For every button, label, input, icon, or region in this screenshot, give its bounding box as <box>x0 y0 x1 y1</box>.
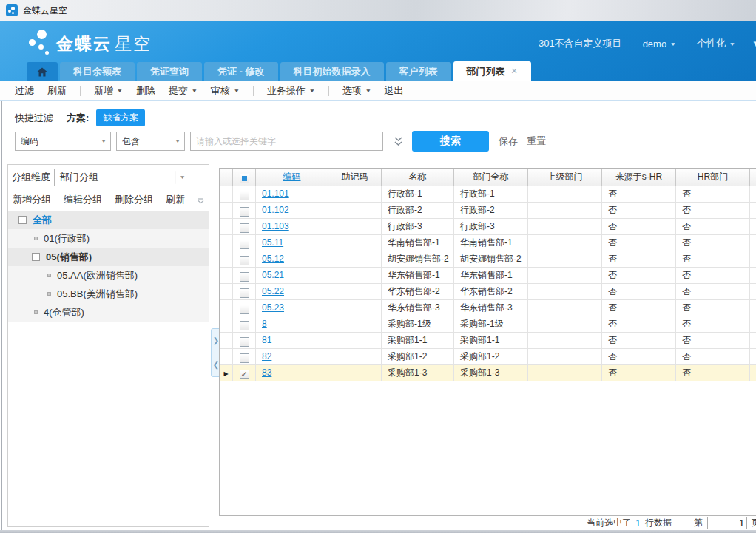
tab-item[interactable]: 凭证 - 修改 <box>204 62 278 81</box>
page-number-input[interactable] <box>707 517 747 529</box>
column-header[interactable]: HR部门 <box>676 169 750 186</box>
row-checkbox[interactable] <box>240 288 249 298</box>
cell-full-name: 采购部1-1 <box>454 333 528 349</box>
code-link[interactable]: 81 <box>262 335 271 345</box>
table-row[interactable]: 05.11华南销售部-1华南销售部-1否否 <box>220 235 756 251</box>
table-row[interactable]: 82采购部1-2采购部1-2否否 <box>220 349 756 365</box>
table-row[interactable]: ▶83采购部1-3采购部1-3否否 <box>220 365 756 381</box>
code-link[interactable]: 05.22 <box>262 286 284 296</box>
tree-node[interactable]: 05.AA(欧洲销售部) <box>8 266 209 285</box>
row-checkbox[interactable] <box>240 370 249 379</box>
tab-item[interactable]: 凭证查询 <box>137 62 202 81</box>
group-button[interactable]: 刷新 <box>166 193 185 206</box>
code-link[interactable]: 01.102 <box>262 205 289 215</box>
table-row[interactable]: 05.23华东销售部-3华东销售部-3否否 <box>220 300 756 316</box>
code-link[interactable]: 05.21 <box>262 270 284 280</box>
column-header[interactable]: 名称 <box>382 169 454 186</box>
table-row[interactable]: 81采购部1-1采购部1-1否否 <box>220 333 756 349</box>
table-row[interactable]: 01.102行政部-2行政部-2否否 <box>220 203 756 219</box>
select-all-checkbox[interactable] <box>240 174 249 183</box>
save-scheme-link[interactable]: 保存 <box>499 135 518 148</box>
column-header[interactable]: 来源于s-HR <box>602 169 676 186</box>
close-icon[interactable]: ✕ <box>511 67 518 76</box>
toolbar-button[interactable]: 退出 <box>385 84 404 98</box>
row-checkbox[interactable] <box>240 207 249 217</box>
group-button[interactable]: 编辑分组 <box>64 193 102 206</box>
toolbar-button[interactable]: 选项▼ <box>342 84 371 98</box>
chevron-down-icon: ▼ <box>729 41 736 46</box>
filter-field-select[interactable]: 编码 ▼ <box>15 132 111 151</box>
keyword-input[interactable] <box>190 132 383 151</box>
tree-node[interactable]: 01(行政部) <box>8 229 209 248</box>
header-menu-item[interactable]: 301不含自定义项目 <box>539 37 622 50</box>
quick-filter-link[interactable]: 快捷过滤 <box>15 112 53 125</box>
group-button[interactable]: 删除分组 <box>115 193 153 206</box>
code-link[interactable]: 05.23 <box>262 302 284 313</box>
table-row[interactable]: 05.21华东销售部-1华东销售部-1否否 <box>220 268 756 284</box>
header-menu-item[interactable]: demo▼ <box>643 38 676 50</box>
cell-from-shr: 否 <box>602 186 676 203</box>
tree-node[interactable]: 05(销售部) <box>8 248 209 266</box>
column-header[interactable]: 助记码 <box>328 169 382 186</box>
tab-item[interactable]: 部门列表✕ <box>453 61 531 81</box>
table-row[interactable]: 01.101行政部-1行政部-1否否 <box>220 186 756 203</box>
tab-item[interactable]: 客户列表 <box>386 62 451 81</box>
row-checkbox[interactable] <box>240 240 249 249</box>
row-checkbox[interactable] <box>240 305 249 314</box>
row-checkbox[interactable] <box>240 337 249 347</box>
toolbar-button[interactable]: 过滤 <box>15 84 34 98</box>
row-checkbox[interactable] <box>240 272 249 282</box>
column-header[interactable]: 上级部门 <box>528 169 602 186</box>
tab-label: 部门列表 <box>467 65 505 78</box>
column-header[interactable]: 部门全称 <box>454 169 528 186</box>
search-button[interactable]: 搜索 <box>412 131 489 152</box>
code-link[interactable]: 83 <box>262 367 271 378</box>
toolbar-button[interactable]: 业务操作▼ <box>267 84 315 98</box>
tree-node[interactable]: 4(仓管部) <box>8 303 209 322</box>
table-row[interactable]: 05.12胡安娜销售部-2胡安娜销售部-2否否 <box>220 251 756 268</box>
collapse-node-icon[interactable] <box>18 216 27 224</box>
cell-name: 采购部1-3 <box>382 365 454 381</box>
app-icon <box>6 4 18 16</box>
toolbar-button[interactable]: 审核▼ <box>211 84 240 98</box>
code-link[interactable]: 8 <box>262 319 267 329</box>
cell-name: 行政部-2 <box>382 203 454 219</box>
header-clipped-item[interactable]: ▼ <box>752 38 756 48</box>
toolbar-button[interactable]: 新增▼ <box>94 84 123 98</box>
row-checkbox[interactable] <box>240 191 249 200</box>
table-row[interactable]: 05.22华东销售部-2华东销售部-2否否 <box>220 284 756 300</box>
tree-node[interactable]: 05.BB(美洲销售部) <box>8 285 209 303</box>
tab-item[interactable]: 科目余额表 <box>60 62 135 81</box>
code-link[interactable]: 05.11 <box>262 237 283 248</box>
group-button[interactable]: 新增分组 <box>13 193 51 206</box>
cell-name: 行政部-1 <box>382 186 454 203</box>
collapse-node-icon[interactable] <box>32 253 40 261</box>
tab-home[interactable] <box>27 62 58 81</box>
toolbar-button[interactable]: 删除 <box>136 84 155 98</box>
table-row[interactable]: 8采购部-1级采购部-1级否否 <box>220 316 756 333</box>
cell-hr-dept: 否 <box>676 268 750 284</box>
row-checkbox[interactable] <box>240 256 249 265</box>
row-checkbox[interactable] <box>240 223 249 233</box>
row-checkbox[interactable] <box>240 321 249 330</box>
table-row[interactable]: 01.103行政部-3行政部-3否否 <box>220 219 756 235</box>
code-link[interactable]: 01.101 <box>262 189 289 199</box>
default-scheme-button[interactable]: 缺省方案 <box>96 109 145 126</box>
cell-from-shr: 否 <box>602 284 676 300</box>
row-checkbox[interactable] <box>240 353 249 363</box>
filter-operator-select[interactable]: 包含 ▼ <box>116 132 185 151</box>
code-link[interactable]: 01.103 <box>262 221 289 231</box>
reset-link[interactable]: 重置 <box>527 135 546 148</box>
collapse-handle-icon[interactable] <box>198 195 204 206</box>
header-menu-item[interactable]: 个性化▼ <box>697 37 735 50</box>
code-link[interactable]: 82 <box>262 351 271 361</box>
expand-filter-icon[interactable] <box>394 136 403 147</box>
toolbar-button[interactable]: 提交▼ <box>169 84 198 98</box>
code-link[interactable]: 05.12 <box>262 254 284 264</box>
column-header[interactable]: 编码 <box>256 169 328 186</box>
tree-node[interactable]: 全部 <box>8 211 209 229</box>
tab-item[interactable]: 科目初始数据录入 <box>280 62 384 81</box>
row-indicator-cell <box>220 333 233 349</box>
toolbar-button[interactable]: 刷新 <box>47 84 67 98</box>
dimension-select[interactable]: 部门分组 ▼ <box>54 169 189 186</box>
